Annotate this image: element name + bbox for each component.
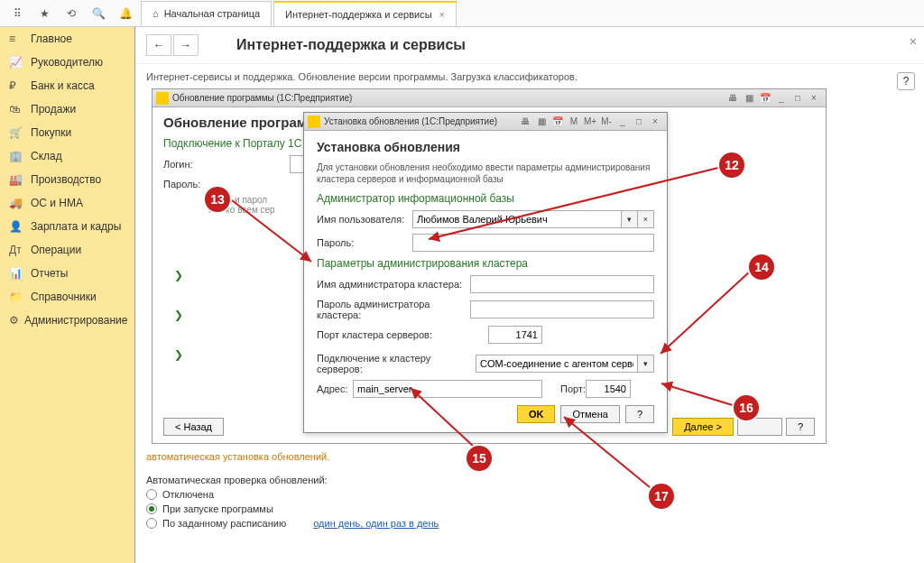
auto-check-title: Автоматическая проверка обновлений: (146, 475, 439, 485)
bell-icon[interactable]: 🔔 (112, 1, 139, 26)
radio-on-start[interactable] (146, 503, 157, 514)
help-button[interactable]: ? (625, 405, 654, 423)
cluster-admin-name-input[interactable] (470, 275, 654, 293)
page-description: Интернет-сервисы и поддержка. Обновление… (135, 64, 924, 89)
sidebar-icon: 🏢 (9, 150, 25, 162)
apps-icon[interactable]: ⠿ (4, 1, 31, 26)
sidebar-label: Банк и касса (31, 79, 95, 92)
dropdown-icon[interactable]: ▾ (638, 355, 654, 373)
sidebar-icon: ≡ (9, 32, 25, 45)
cluster-connection-label: Подключение к кластеру серверов: (317, 353, 476, 374)
clear-icon[interactable]: × (638, 210, 654, 228)
sidebar-icon: 🚚 (9, 197, 25, 209)
admin-db-section: Администратор информационной базы (317, 192, 654, 205)
grid-icon[interactable]: ▦ (742, 92, 756, 105)
print-icon[interactable]: 🖶 (725, 92, 740, 105)
history-icon[interactable]: ⟲ (58, 1, 85, 26)
close-page-icon[interactable]: × (910, 34, 917, 49)
sidebar-item-3[interactable]: 🛍Продажи (0, 97, 134, 121)
install-update-dialog: Установка обновления (1С:Предприятие) 🖶 … (303, 112, 668, 433)
calendar-icon[interactable]: 📅 (758, 92, 772, 105)
sidebar-item-1[interactable]: 📈Руководителю (0, 51, 134, 74)
radio-schedule[interactable] (146, 518, 157, 529)
sidebar-icon: Дт (9, 244, 25, 256)
sidebar-item-9[interactable]: ДтОперации (0, 238, 134, 262)
home-tab-label: Начальная страница (164, 8, 260, 19)
sidebar-item-8[interactable]: 👤Зарплата и кадры (0, 215, 134, 238)
search-icon[interactable]: 🔍 (85, 1, 112, 26)
active-tab-label: Интернет-поддержка и сервисы (285, 9, 431, 20)
page-title: Интернет-поддержка и сервисы (236, 37, 466, 53)
sidebar-item-12[interactable]: ⚙Администрирование (0, 309, 134, 332)
minimize-icon[interactable]: _ (615, 115, 630, 128)
minimize-icon[interactable]: _ (774, 92, 789, 105)
sidebar-icon: 📊 (9, 267, 25, 280)
sidebar-item-5[interactable]: 🏢Склад (0, 144, 134, 168)
forward-button[interactable]: → (173, 34, 199, 56)
marker-16: 16 (732, 393, 761, 422)
next-button[interactable]: Далее > (672, 418, 734, 436)
maximize-icon[interactable]: □ (632, 115, 646, 128)
marker-14: 14 (747, 253, 776, 282)
cluster-admin-name-label: Имя администратора кластера: (317, 279, 470, 290)
sidebar-label: Главное (31, 32, 72, 45)
cluster-port-label: Порт кластера серверов: (317, 329, 470, 340)
address-label: Адрес: (317, 383, 353, 394)
close-dialog-icon[interactable]: × (807, 92, 821, 105)
radio-schedule-label: По заданному расписанию (162, 518, 286, 529)
sidebar: ≡Главное📈Руководителю₽Банк и касса🛍Прода… (0, 27, 135, 563)
cluster-port-input[interactable] (488, 326, 542, 344)
sidebar-item-4[interactable]: 🛒Покупки (0, 121, 134, 144)
sidebar-label: Отчеты (31, 267, 68, 280)
sidebar-item-2[interactable]: ₽Банк и касса (0, 74, 134, 97)
back-button[interactable]: < Назад (163, 418, 224, 436)
sidebar-item-0[interactable]: ≡Главное (0, 27, 134, 51)
sidebar-icon: 🛒 (9, 126, 25, 139)
grid-icon[interactable]: ▦ (534, 115, 549, 128)
marker-15: 15 (465, 444, 494, 473)
close-tab-icon[interactable]: × (439, 9, 445, 20)
print-icon[interactable]: 🖶 (518, 115, 532, 128)
help-button[interactable]: ? (897, 72, 915, 90)
username-input[interactable] (412, 210, 622, 228)
home-tab[interactable]: ⌂ Начальная страница (141, 1, 272, 26)
back-button[interactable]: ← (146, 34, 171, 56)
sidebar-icon: 🏭 (9, 173, 25, 186)
dropdown-icon[interactable]: ▾ (622, 210, 638, 228)
sidebar-item-11[interactable]: 📁Справочники (0, 285, 134, 309)
calendar-icon[interactable]: 📅 (550, 115, 565, 128)
port2-label: Порт: (553, 383, 586, 394)
sidebar-label: Склад (31, 150, 62, 162)
sidebar-item-10[interactable]: 📊Отчеты (0, 262, 134, 285)
sidebar-label: Администрирование (24, 314, 127, 327)
cancel-button[interactable]: Отмена (560, 405, 619, 423)
cluster-connection-select[interactable] (476, 355, 638, 373)
radio-disabled[interactable] (146, 489, 157, 500)
star-icon[interactable]: ★ (31, 1, 58, 26)
login-label: Логин: (163, 159, 290, 170)
app-icon (156, 92, 169, 105)
sidebar-label: Руководителю (31, 56, 103, 69)
sidebar-label: Продажи (31, 103, 76, 115)
help-button[interactable]: ? (786, 418, 815, 436)
address-input[interactable] (353, 380, 542, 398)
ok-button[interactable]: OK (517, 405, 556, 423)
dialog2-title: Установка обновления (1С:Предприятие) (324, 116, 497, 126)
sidebar-icon: 📁 (9, 291, 25, 303)
cluster-admin-pass-input[interactable] (470, 300, 654, 318)
sidebar-item-6[interactable]: 🏭Производство (0, 168, 134, 191)
password-input[interactable] (412, 234, 654, 252)
sidebar-item-7[interactable]: 🚚ОС и НМА (0, 191, 134, 215)
sidebar-label: Справочники (31, 291, 97, 303)
maximize-icon[interactable]: □ (790, 92, 805, 105)
close-dialog-icon[interactable]: × (648, 115, 662, 128)
username-label: Имя пользователя: (317, 214, 412, 225)
schedule-link[interactable]: один день, один раз в день (313, 518, 439, 529)
active-tab[interactable]: Интернет-поддержка и сервисы × (273, 1, 457, 26)
m-minus-icon[interactable]: M- (599, 115, 614, 128)
radio-on-start-label: При запуске программы (162, 503, 273, 514)
sidebar-icon: ₽ (9, 79, 25, 92)
m-icon[interactable]: M (567, 115, 581, 128)
m-plus-icon[interactable]: M+ (583, 115, 597, 128)
port2-input[interactable] (586, 380, 631, 398)
